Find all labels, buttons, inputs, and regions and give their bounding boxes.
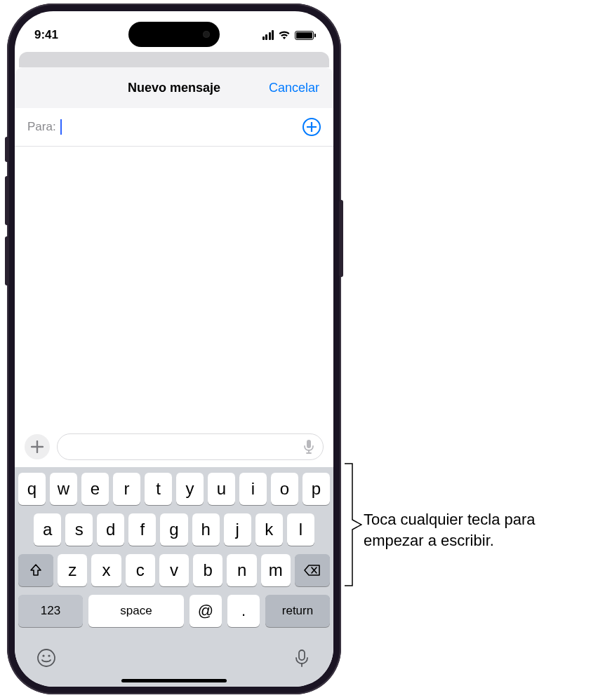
- key-b[interactable]: b: [193, 554, 222, 586]
- svg-point-2: [42, 654, 44, 657]
- side-button-power: [339, 200, 343, 277]
- wifi-icon: [278, 30, 291, 40]
- key-l[interactable]: l: [287, 513, 314, 546]
- home-indicator[interactable]: [121, 679, 227, 682]
- attach-button[interactable]: [25, 434, 50, 459]
- compose-row: [15, 428, 333, 467]
- space-key[interactable]: space: [88, 595, 184, 627]
- text-cursor: [60, 119, 62, 135]
- keyboard-dictation-icon[interactable]: [292, 648, 312, 668]
- battery-icon: [295, 31, 314, 40]
- keyboard-row-1: q w e r t y u i o p: [18, 473, 330, 505]
- key-d[interactable]: d: [97, 513, 124, 546]
- key-j[interactable]: j: [224, 513, 251, 546]
- key-x[interactable]: x: [91, 554, 121, 586]
- key-h[interactable]: h: [192, 513, 220, 546]
- key-c[interactable]: c: [126, 554, 155, 586]
- background-card: [19, 52, 329, 67]
- dictation-icon[interactable]: [303, 439, 314, 455]
- modal-header: Nuevo mensaje Cancelar: [15, 67, 333, 108]
- return-key[interactable]: return: [265, 595, 330, 627]
- side-button-volume-down: [5, 236, 9, 285]
- key-m[interactable]: m: [261, 554, 291, 586]
- front-camera: [203, 31, 210, 38]
- message-input[interactable]: [57, 433, 324, 460]
- recipient-input[interactable]: [66, 120, 298, 134]
- keyboard-row-4: 123 space @ . return: [18, 595, 330, 627]
- svg-rect-4: [299, 650, 305, 660]
- callout-line-1: Toca cualquier tecla para: [364, 511, 536, 528]
- dot-key[interactable]: .: [227, 595, 260, 627]
- key-v[interactable]: v: [159, 554, 189, 586]
- dynamic-island: [128, 22, 220, 47]
- callout-line-2: empezar a escribir.: [364, 532, 494, 549]
- recipient-label: Para:: [27, 120, 56, 134]
- keyboard-row-2: a s d f g h j k l: [18, 513, 330, 546]
- add-contact-button[interactable]: [302, 118, 321, 136]
- key-y[interactable]: y: [176, 473, 204, 505]
- key-q[interactable]: q: [18, 473, 46, 505]
- key-g[interactable]: g: [160, 513, 187, 546]
- keyboard: q w e r t y u i o p a s d f g h j k l: [15, 467, 333, 687]
- svg-point-1: [38, 649, 55, 666]
- key-t[interactable]: t: [145, 473, 172, 505]
- recipient-row[interactable]: Para:: [15, 108, 333, 147]
- key-f[interactable]: f: [128, 513, 156, 546]
- key-o[interactable]: o: [271, 473, 298, 505]
- key-s[interactable]: s: [65, 513, 93, 546]
- numeric-key[interactable]: 123: [18, 595, 83, 627]
- keyboard-bottom-row: [18, 635, 330, 671]
- keyboard-row-3: z x c v b n m: [18, 554, 330, 586]
- modal-title: Nuevo mensaje: [128, 81, 220, 95]
- key-a[interactable]: a: [34, 513, 61, 546]
- key-z[interactable]: z: [58, 554, 87, 586]
- at-key[interactable]: @: [190, 595, 222, 627]
- phone-screen: 9:41 Nuevo mensaje Cancelar Para:: [15, 11, 333, 687]
- key-i[interactable]: i: [239, 473, 267, 505]
- key-k[interactable]: k: [255, 513, 283, 546]
- key-p[interactable]: p: [302, 473, 330, 505]
- key-n[interactable]: n: [227, 554, 256, 586]
- callout-bracket: [344, 463, 362, 586]
- phone-frame: 9:41 Nuevo mensaje Cancelar Para:: [7, 4, 341, 694]
- cellular-signal-icon: [262, 30, 274, 40]
- key-e[interactable]: e: [81, 473, 109, 505]
- message-area[interactable]: [15, 147, 333, 428]
- status-time: 9:41: [34, 28, 58, 42]
- callout-text: Toca cualquier tecla para empezar a escr…: [364, 509, 595, 551]
- svg-rect-0: [307, 440, 311, 448]
- shift-key[interactable]: [18, 554, 53, 586]
- key-u[interactable]: u: [208, 473, 235, 505]
- emoji-key-icon[interactable]: [36, 648, 56, 668]
- key-w[interactable]: w: [50, 473, 77, 505]
- side-button-silence: [5, 137, 9, 162]
- backspace-key[interactable]: [295, 554, 330, 586]
- cancel-button[interactable]: Cancelar: [269, 81, 319, 95]
- side-button-volume-up: [5, 176, 9, 225]
- key-r[interactable]: r: [113, 473, 140, 505]
- svg-point-3: [48, 654, 50, 657]
